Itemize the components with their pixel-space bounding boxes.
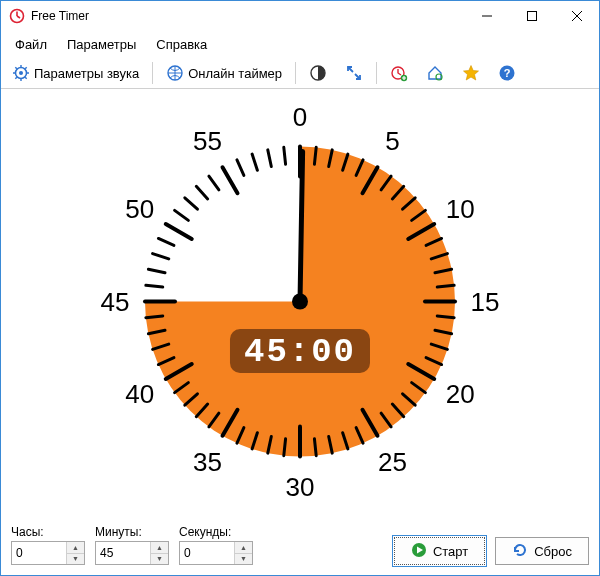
clock-plus-icon [390, 64, 408, 82]
svg-point-84 [292, 294, 308, 310]
hours-field: Часы: ▲▼ [11, 525, 85, 565]
reset-button[interactable]: Сброс [495, 537, 589, 565]
svg-text:0: 0 [293, 102, 307, 132]
svg-text:20: 20 [446, 379, 475, 409]
svg-line-68 [252, 154, 257, 170]
toolbar: Параметры звука Онлайн таймер [1, 58, 599, 89]
svg-line-25 [437, 285, 454, 287]
svg-line-70 [284, 147, 286, 164]
maximize-button[interactable] [509, 1, 554, 31]
digital-display: 45:00 [230, 329, 370, 373]
minutes-field: Минуты: ▲▼ [95, 525, 169, 565]
seconds-down[interactable]: ▼ [235, 554, 252, 565]
menu-file[interactable]: Файл [7, 33, 55, 56]
menu-params[interactable]: Параметры [59, 33, 144, 56]
svg-text:45: 45 [101, 287, 130, 317]
close-button[interactable] [554, 1, 599, 31]
favorite-button[interactable] [455, 60, 487, 86]
separator [376, 62, 377, 84]
hours-label: Часы: [11, 525, 85, 539]
app-icon [9, 8, 25, 24]
bottom-panel: Часы: ▲▼ Минуты: ▲▼ Секунды: ▲▼ [1, 517, 599, 575]
svg-line-12 [314, 147, 316, 164]
hours-up[interactable]: ▲ [67, 542, 84, 554]
svg-line-67 [237, 160, 244, 176]
start-button[interactable]: Старт [394, 537, 485, 565]
gear-sound-icon [12, 64, 30, 82]
separator [295, 62, 296, 84]
start-label: Старт [433, 544, 468, 559]
svg-line-65 [209, 176, 219, 190]
menu-help[interactable]: Справка [148, 33, 215, 56]
app-window: Free Timer Файл Параметры Справка Параме… [0, 0, 600, 576]
svg-text:10: 10 [446, 194, 475, 224]
minutes-label: Минуты: [95, 525, 169, 539]
fullscreen-button[interactable] [338, 60, 370, 86]
add-timer-button[interactable] [383, 60, 415, 86]
svg-line-62 [175, 210, 189, 220]
svg-text:25: 25 [378, 447, 407, 477]
svg-point-3 [19, 71, 23, 75]
svg-line-57 [146, 285, 163, 287]
contrast-icon [309, 64, 327, 82]
svg-line-83 [300, 152, 303, 302]
titlebar: Free Timer [1, 1, 599, 31]
online-timer-button[interactable]: Онлайн таймер [159, 60, 289, 86]
svg-line-66 [223, 167, 238, 193]
reset-icon [512, 542, 528, 561]
svg-rect-1 [527, 12, 536, 21]
svg-line-61 [166, 224, 192, 239]
help-button[interactable]: ? [491, 60, 523, 86]
seconds-up[interactable]: ▲ [235, 542, 252, 554]
svg-line-60 [158, 238, 174, 245]
minutes-input[interactable] [96, 542, 150, 564]
svg-text:40: 40 [125, 379, 154, 409]
svg-line-40 [314, 439, 316, 456]
hours-input[interactable] [12, 542, 66, 564]
play-icon [411, 542, 427, 561]
svg-text:5: 5 [385, 126, 399, 156]
seconds-label: Секунды: [179, 525, 253, 539]
svg-text:50: 50 [125, 194, 154, 224]
seconds-input[interactable] [180, 542, 234, 564]
seconds-spinner[interactable]: ▲▼ [179, 541, 253, 565]
minimize-button[interactable] [464, 1, 509, 31]
home-globe-icon [426, 64, 444, 82]
sound-params-button[interactable]: Параметры звука [5, 60, 146, 86]
contrast-button[interactable] [302, 60, 334, 86]
online-timer-label: Онлайн таймер [188, 66, 282, 81]
svg-text:55: 55 [193, 126, 222, 156]
timer-area: 0510152025303540455055 45:00 [1, 89, 599, 517]
minutes-up[interactable]: ▲ [151, 542, 168, 554]
svg-text:15: 15 [471, 287, 500, 317]
svg-line-59 [153, 254, 169, 259]
help-icon: ? [498, 64, 516, 82]
svg-line-69 [268, 150, 272, 167]
menubar: Файл Параметры Справка [1, 31, 599, 58]
window-title: Free Timer [31, 9, 89, 23]
separator [152, 62, 153, 84]
dial[interactable]: 0510152025303540455055 [85, 89, 515, 517]
minutes-down[interactable]: ▼ [151, 554, 168, 565]
svg-line-27 [437, 316, 454, 318]
svg-line-64 [196, 186, 207, 199]
sound-params-label: Параметры звука [34, 66, 139, 81]
svg-text:30: 30 [286, 472, 315, 502]
seconds-field: Секунды: ▲▼ [179, 525, 253, 565]
svg-text:35: 35 [193, 447, 222, 477]
reset-label: Сброс [534, 544, 572, 559]
svg-line-55 [146, 316, 163, 318]
home-button[interactable] [419, 60, 451, 86]
expand-icon [345, 64, 363, 82]
globe-icon [166, 64, 184, 82]
digital-time: 45:00 [244, 333, 356, 371]
svg-text:?: ? [504, 67, 511, 79]
hours-spinner[interactable]: ▲▼ [11, 541, 85, 565]
svg-line-58 [148, 269, 165, 273]
svg-line-42 [284, 439, 286, 456]
svg-line-63 [185, 198, 198, 209]
star-icon [462, 64, 480, 82]
hours-down[interactable]: ▼ [67, 554, 84, 565]
minutes-spinner[interactable]: ▲▼ [95, 541, 169, 565]
